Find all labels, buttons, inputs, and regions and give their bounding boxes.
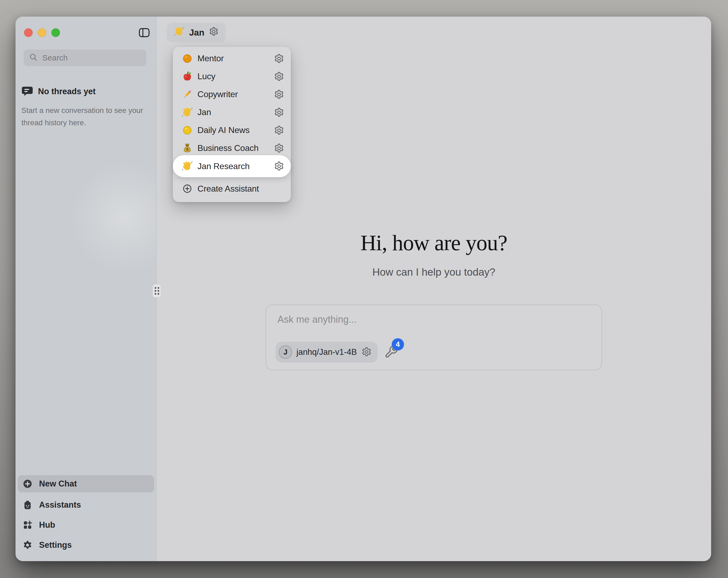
greeting-subtitle: How can I help you today? <box>372 266 495 278</box>
sidebar-item-label: Assistants <box>39 500 81 510</box>
assistant-settings-button[interactable] <box>273 71 285 82</box>
sidebar-item-hub[interactable]: Hub <box>18 516 154 534</box>
chat-bubble-icon <box>21 85 33 98</box>
create-assistant-label: Create Assistant <box>198 184 285 194</box>
assistant-selector-button[interactable]: Jan <box>167 23 226 42</box>
orange-circle-icon <box>181 53 193 65</box>
search-box[interactable] <box>24 50 146 66</box>
tools-button[interactable]: 4 <box>384 345 399 360</box>
robot-clipboard-icon <box>23 500 33 510</box>
assistant-settings-button[interactable] <box>273 160 285 172</box>
menu-item-label: Jan <box>198 107 273 117</box>
greeting-title: Hi, how are you? <box>360 231 507 255</box>
menu-item-copywriter[interactable]: Copywriter <box>173 85 291 103</box>
menu-item-lucy[interactable]: Lucy <box>173 68 291 85</box>
zoom-button[interactable] <box>51 28 60 37</box>
sidebar-nav: New Chat Assistants <box>16 475 156 556</box>
sidebar-item-label: New Chat <box>39 479 77 488</box>
search-icon <box>29 53 38 63</box>
main-area: Jan <box>157 17 711 561</box>
menu-item-label: Copywriter <box>198 90 273 99</box>
search-input[interactable] <box>42 53 146 62</box>
pencil-icon <box>181 89 193 100</box>
model-name: janhq/Jan-v1-4B <box>296 347 357 357</box>
money-bag-icon: $ <box>181 142 193 154</box>
red-apple-icon <box>181 71 193 82</box>
close-button[interactable] <box>24 28 33 37</box>
menu-item-label: Lucy <box>198 71 273 81</box>
wrench-icon <box>384 356 398 360</box>
assistant-selector-label: Jan <box>189 28 204 38</box>
tools-count-badge: 4 <box>392 338 404 351</box>
menu-item-label: Jan Research <box>198 161 273 171</box>
assistant-settings-button[interactable] <box>273 142 285 154</box>
empty-state-title: No threads yet <box>38 87 96 96</box>
gear-icon <box>274 71 284 82</box>
app-window: No threads yet Start a new conversation … <box>16 17 711 561</box>
gear-icon <box>361 347 372 358</box>
empty-state-description: Start a new conversation to see your thr… <box>21 104 145 129</box>
window-controls <box>24 28 60 37</box>
assistant-settings-button[interactable] <box>273 124 285 136</box>
yellow-circle-icon <box>181 124 193 136</box>
gear-icon <box>274 125 284 136</box>
menu-item-business-coach[interactable]: $ Business Coach <box>173 139 291 157</box>
sidebar-item-label: Settings <box>39 540 72 550</box>
grid-plus-icon <box>23 520 33 530</box>
gear-filled-icon <box>23 540 33 550</box>
waving-hand-icon <box>181 160 193 172</box>
gear-icon <box>274 107 284 118</box>
menu-item-mentor[interactable]: Mentor <box>173 50 291 68</box>
plus-circle-icon <box>181 183 193 195</box>
gear-icon <box>274 89 284 100</box>
assistant-settings-button[interactable] <box>273 53 285 65</box>
assistant-settings-button[interactable] <box>273 89 285 100</box>
menu-item-label: Business Coach <box>198 143 273 153</box>
plus-circle-filled-icon <box>23 479 33 489</box>
sidebar-item-settings[interactable]: Settings <box>18 536 154 554</box>
sidebar-item-new-chat[interactable]: New Chat <box>18 475 154 493</box>
assistant-settings-button[interactable] <box>273 106 285 118</box>
threads-empty-state: No threads yet Start a new conversation … <box>21 85 145 129</box>
minimize-button[interactable] <box>38 28 46 37</box>
welcome-section: Hi, how are you? How can I help you toda… <box>157 231 711 370</box>
model-avatar: J <box>279 346 292 359</box>
sidebar-item-assistants[interactable]: Assistants <box>18 496 154 514</box>
gear-icon <box>209 26 219 39</box>
waving-hand-icon <box>174 26 185 39</box>
create-assistant-button[interactable]: Create Assistant <box>173 178 291 199</box>
sidebar-toggle-button[interactable] <box>138 27 150 38</box>
gear-icon <box>274 53 284 64</box>
menu-item-daily-ai-news[interactable]: Daily AI News <box>173 121 291 139</box>
desktop-backdrop: No threads yet Start a new conversation … <box>0 0 728 578</box>
menu-item-label: Mentor <box>198 53 273 64</box>
model-selector-button[interactable]: J janhq/Jan-v1-4B <box>276 342 378 362</box>
composer[interactable]: J janhq/Jan-v1-4B <box>266 304 602 370</box>
gear-icon <box>274 143 284 154</box>
chat-input[interactable] <box>278 313 590 341</box>
menu-item-label: Daily AI News <box>198 125 273 135</box>
waving-hand-icon <box>181 106 193 118</box>
gear-icon <box>274 161 284 172</box>
sidebar-item-label: Hub <box>39 520 55 530</box>
sidebar-toggle-icon <box>138 35 150 39</box>
menu-item-jan[interactable]: Jan <box>173 103 291 121</box>
assistant-menu: Mentor <box>173 47 291 202</box>
menu-item-jan-research[interactable]: Jan Research <box>173 155 291 177</box>
sidebar-resize-handle[interactable] <box>153 284 161 298</box>
svg-text:$: $ <box>186 147 189 151</box>
sidebar: No threads yet Start a new conversation … <box>16 17 157 561</box>
